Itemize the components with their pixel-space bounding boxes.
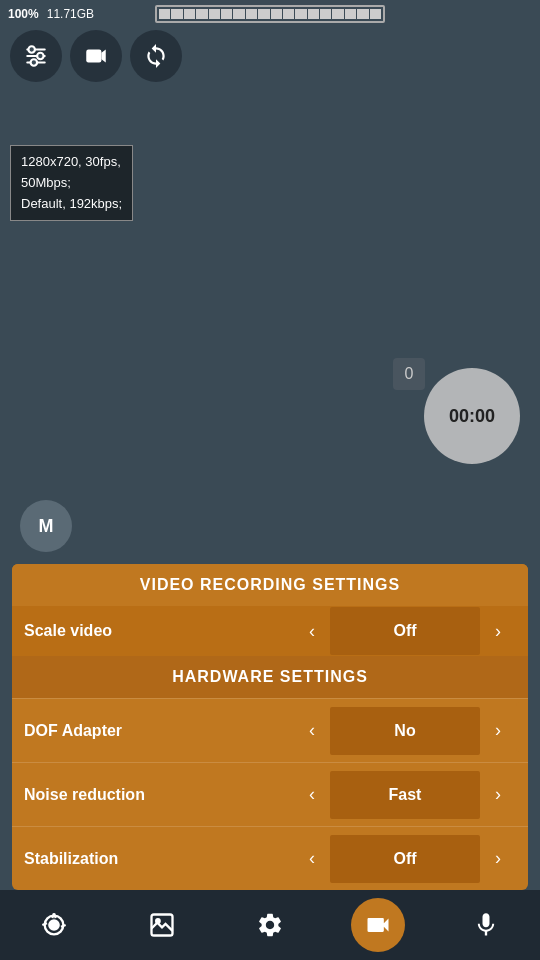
noise-reduction-control: ‹ Fast › <box>164 771 516 819</box>
scale-video-prev-button[interactable]: ‹ <box>294 607 330 655</box>
info-line1: 1280x720, 30fps, <box>21 152 122 173</box>
camera-info-box: 1280x720, 30fps, 50Mbps; Default, 192kbp… <box>10 145 133 221</box>
stabilization-value: Off <box>330 835 480 883</box>
counter-badge: 0 <box>393 358 425 390</box>
status-bar: 100% 11.71GB <box>0 0 540 28</box>
settings-button[interactable] <box>243 898 297 952</box>
noise-reduction-label: Noise reduction <box>24 786 164 804</box>
dof-adapter-value: No <box>330 707 480 755</box>
bottom-nav <box>0 890 540 960</box>
dof-adapter-row: DOF Adapter ‹ No › <box>12 698 528 762</box>
svg-point-4 <box>37 53 44 60</box>
gallery-button[interactable] <box>135 898 189 952</box>
video-record-button[interactable] <box>351 898 405 952</box>
svg-rect-6 <box>86 50 101 63</box>
stabilization-prev-button[interactable]: ‹ <box>294 835 330 883</box>
signal-indicator <box>155 5 385 23</box>
info-line3: Default, 192kbps; <box>21 194 122 215</box>
mode-button[interactable]: M <box>20 500 72 552</box>
info-line2: 50Mbps; <box>21 173 122 194</box>
stabilization-row: Stabilization ‹ Off › <box>12 826 528 890</box>
scale-video-value: Off <box>330 607 480 655</box>
dof-adapter-control: ‹ No › <box>164 707 516 755</box>
svg-point-8 <box>49 920 58 929</box>
noise-reduction-next-button[interactable]: › <box>480 771 516 819</box>
settings-panel: VIDEO RECORDING SETTINGS Scale video ‹ O… <box>12 564 528 890</box>
storage-status: 11.71GB <box>47 7 94 21</box>
stabilization-next-button[interactable]: › <box>480 835 516 883</box>
stabilization-control: ‹ Off › <box>164 835 516 883</box>
scale-video-control: ‹ Off › <box>164 607 516 655</box>
dof-adapter-label: DOF Adapter <box>24 722 164 740</box>
panel-side-handle[interactable] <box>516 702 528 752</box>
noise-reduction-value: Fast <box>330 771 480 819</box>
stabilization-label: Stabilization <box>24 850 164 868</box>
timer-display: 00:00 <box>424 368 520 464</box>
scale-video-next-button[interactable]: › <box>480 607 516 655</box>
svg-point-10 <box>156 919 160 923</box>
shutter-button[interactable] <box>27 898 81 952</box>
microphone-button[interactable] <box>459 898 513 952</box>
record-mode-button[interactable] <box>70 30 122 82</box>
settings-sliders-button[interactable] <box>10 30 62 82</box>
scale-video-label: Scale video <box>24 622 164 640</box>
hardware-settings-header: HARDWARE SETTINGS <box>12 656 528 698</box>
noise-reduction-row: Noise reduction ‹ Fast › <box>12 762 528 826</box>
noise-reduction-prev-button[interactable]: ‹ <box>294 771 330 819</box>
svg-point-5 <box>31 59 37 66</box>
video-settings-header: VIDEO RECORDING SETTINGS <box>12 564 528 606</box>
rotate-button[interactable] <box>130 30 182 82</box>
battery-status: 100% <box>8 7 39 21</box>
top-controls <box>10 30 182 82</box>
dof-adapter-prev-button[interactable]: ‹ <box>294 707 330 755</box>
scale-video-row: Scale video ‹ Off › <box>12 606 528 656</box>
dof-adapter-next-button[interactable]: › <box>480 707 516 755</box>
svg-point-3 <box>28 46 35 53</box>
